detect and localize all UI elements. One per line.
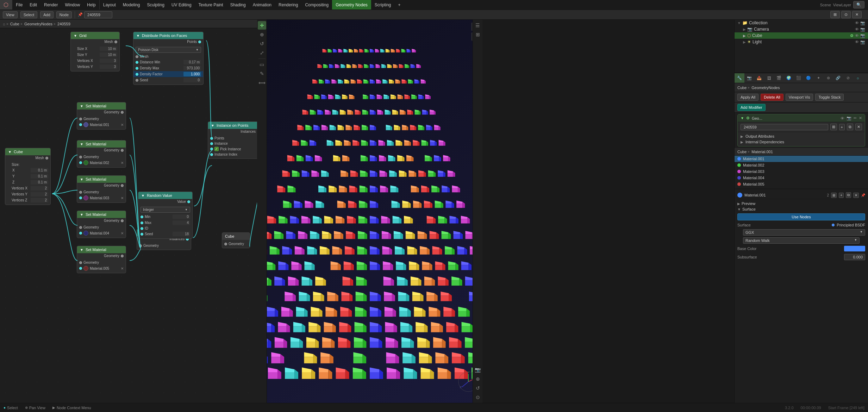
prop-icon-scene[interactable]: 🎬 bbox=[774, 73, 784, 83]
apply-all-btn[interactable]: Apply All bbox=[737, 94, 758, 101]
material-item-1[interactable]: Material.001 bbox=[735, 156, 868, 162]
mat-pin-icon[interactable]: 📌 bbox=[861, 193, 865, 197]
delete-all-btn[interactable]: Delete All bbox=[761, 94, 783, 101]
cam-render-icon[interactable]: 📷 bbox=[860, 27, 865, 32]
sm2-mat-input[interactable] bbox=[79, 161, 82, 164]
mod-bc-geonodes[interactable]: GeometryNodes bbox=[751, 86, 780, 90]
sm4-geo-input[interactable] bbox=[79, 226, 82, 229]
sm2-geo-input[interactable] bbox=[79, 156, 82, 158]
cube-outline-item[interactable]: ▶ ⬡ Cube ⚙ 👁 📷 bbox=[735, 32, 868, 39]
sm1-close-icon[interactable]: ✕ bbox=[121, 123, 124, 127]
workspace-sculpting[interactable]: Sculpting bbox=[144, 0, 168, 10]
workspace-geometry-nodes[interactable]: Geometry Nodes bbox=[332, 0, 371, 10]
distribute-points-output[interactable] bbox=[198, 40, 201, 43]
sm5-geo-output[interactable] bbox=[121, 255, 124, 257]
sm3-geo-output[interactable] bbox=[121, 184, 124, 187]
output-attrs-section[interactable]: ▶ Output Attributes bbox=[741, 133, 862, 139]
rv-value-output[interactable] bbox=[187, 200, 190, 203]
pick-instance-checkbox[interactable]: ✓ bbox=[214, 147, 219, 151]
mod-collapse-arrow[interactable]: ▼ bbox=[741, 116, 744, 120]
rv-max-input[interactable] bbox=[140, 221, 143, 224]
cube-render-icon[interactable]: 📷 bbox=[860, 33, 865, 38]
col-camera-icon[interactable]: 📷 bbox=[860, 21, 865, 25]
surface-section-header[interactable]: ▼ Surface bbox=[737, 206, 865, 212]
prop-icon-data[interactable]: ⊘ bbox=[843, 73, 853, 83]
tool-rotate[interactable]: ↺ bbox=[258, 39, 266, 48]
iop-instance-input[interactable] bbox=[210, 142, 213, 145]
mod-delete-btn[interactable]: ✕ bbox=[855, 124, 862, 130]
sm5-mat-input[interactable] bbox=[79, 267, 82, 270]
ggx-dropdown[interactable]: GGX ▼ bbox=[743, 229, 865, 236]
iop-index-input[interactable] bbox=[210, 153, 213, 156]
menu-help[interactable]: Help bbox=[83, 0, 99, 10]
light-vis-icon[interactable]: 👁 bbox=[855, 40, 859, 44]
workspace-layout[interactable]: Layout bbox=[100, 0, 119, 10]
prop-icon-particles[interactable]: ✦ bbox=[813, 73, 823, 83]
workspace-texture-paint[interactable]: Texture Paint bbox=[195, 0, 227, 10]
sm1-mat-input[interactable] bbox=[79, 123, 82, 126]
poisson-disk-dropdown[interactable]: Poisson Disk ▼ bbox=[136, 47, 201, 53]
subsurface-value[interactable]: 0.000 bbox=[844, 254, 865, 260]
sm5-geo-input[interactable] bbox=[79, 261, 82, 264]
prop-icon-modifier[interactable]: 🔵 bbox=[804, 73, 813, 83]
material-item-3[interactable]: Material.003 bbox=[735, 168, 868, 175]
workspace-compositing[interactable]: Compositing bbox=[301, 0, 332, 10]
preview-section-header[interactable]: ▶ Preview bbox=[737, 201, 865, 206]
menu-file[interactable]: File bbox=[12, 0, 26, 10]
menu-render[interactable]: Render bbox=[40, 0, 61, 10]
base-color-swatch[interactable] bbox=[844, 246, 865, 251]
prop-icon-physics[interactable]: ⊛ bbox=[823, 73, 833, 83]
light-item[interactable]: ▶ ☀ Light 👁 📷 bbox=[735, 39, 868, 45]
rv-min-input[interactable] bbox=[140, 216, 143, 218]
material-item-5[interactable]: Material.005 bbox=[735, 181, 868, 187]
tool-annotate[interactable]: ✎ bbox=[258, 69, 266, 78]
vp-cam-icon[interactable]: 📷 bbox=[474, 366, 482, 374]
tool-measure[interactable]: ⟺ bbox=[258, 79, 266, 87]
sm1-geo-output[interactable] bbox=[121, 111, 124, 114]
mat-delete-btn[interactable]: ✕ bbox=[853, 193, 859, 198]
mat-bc-cube[interactable]: Cube bbox=[737, 150, 747, 154]
distribute-mesh-input[interactable] bbox=[136, 55, 138, 58]
use-nodes-btn[interactable]: Use Nodes bbox=[737, 213, 865, 220]
sm2-close-icon[interactable]: ✕ bbox=[121, 161, 124, 165]
cube-vis-icon[interactable]: 👁 bbox=[855, 33, 859, 38]
mod-new-btn[interactable]: + bbox=[839, 124, 845, 130]
sm4-geo-output[interactable] bbox=[121, 219, 124, 222]
distribute-dist-input[interactable] bbox=[136, 61, 138, 64]
object-name-input[interactable]: 240559 bbox=[84, 11, 112, 18]
mat-copy-btn[interactable]: ⧉ bbox=[846, 192, 851, 198]
select-menu-btn[interactable]: Select bbox=[20, 11, 38, 18]
vp-nav-3[interactable]: ⊙ bbox=[474, 393, 482, 401]
menu-edit[interactable]: Edit bbox=[26, 0, 40, 10]
camera-item[interactable]: ▶ 📷 Camera 👁 📷 bbox=[735, 26, 868, 32]
mat-browse-btn[interactable]: ⊞ bbox=[831, 193, 837, 198]
node-menu-btn[interactable]: Node bbox=[56, 11, 72, 18]
sm3-geo-input[interactable] bbox=[79, 191, 82, 194]
vp-rt-1[interactable]: ☰ bbox=[474, 21, 482, 30]
workspace-add[interactable]: + bbox=[395, 0, 404, 10]
prop-icon-object[interactable]: ⬛ bbox=[794, 73, 804, 83]
light-render-icon[interactable]: 📷 bbox=[860, 40, 865, 44]
sm1-geo-input[interactable] bbox=[79, 118, 82, 120]
bc-cube[interactable]: Cube bbox=[10, 22, 19, 26]
mod-vis-icon[interactable]: 👁 bbox=[841, 116, 844, 120]
iop-points-input[interactable] bbox=[210, 137, 213, 140]
random-walk-dropdown[interactable]: Random Walk ▼ bbox=[743, 237, 860, 244]
toggle-stack-btn[interactable]: Toggle Stack bbox=[815, 94, 844, 101]
add-menu-btn[interactable]: Add bbox=[40, 11, 54, 18]
mod-copy-btn[interactable]: ⧉ bbox=[847, 124, 853, 130]
output-geo-input[interactable] bbox=[224, 243, 227, 245]
iop-pick-input[interactable] bbox=[210, 148, 213, 150]
mat-bc-material[interactable]: Material.001 bbox=[751, 150, 773, 154]
mod-bc-cube[interactable]: Cube bbox=[737, 86, 747, 90]
tool-cursor[interactable]: ✛ bbox=[258, 21, 266, 30]
cube-modifier-icon[interactable]: ⚙ bbox=[850, 33, 854, 38]
view-menu-btn[interactable]: View bbox=[3, 11, 18, 18]
mod-browse-btn[interactable]: ⊞ bbox=[830, 124, 837, 130]
sm4-close-icon[interactable]: ✕ bbox=[121, 231, 124, 235]
mod-edit-icon[interactable]: ✏ bbox=[854, 116, 857, 120]
material-item-4[interactable]: Material.004 bbox=[735, 175, 868, 181]
distribute-factor-input[interactable] bbox=[136, 73, 138, 76]
mod-close-icon[interactable]: ✕ bbox=[859, 116, 862, 120]
vp-rt-2[interactable]: ⊞ bbox=[474, 30, 482, 39]
